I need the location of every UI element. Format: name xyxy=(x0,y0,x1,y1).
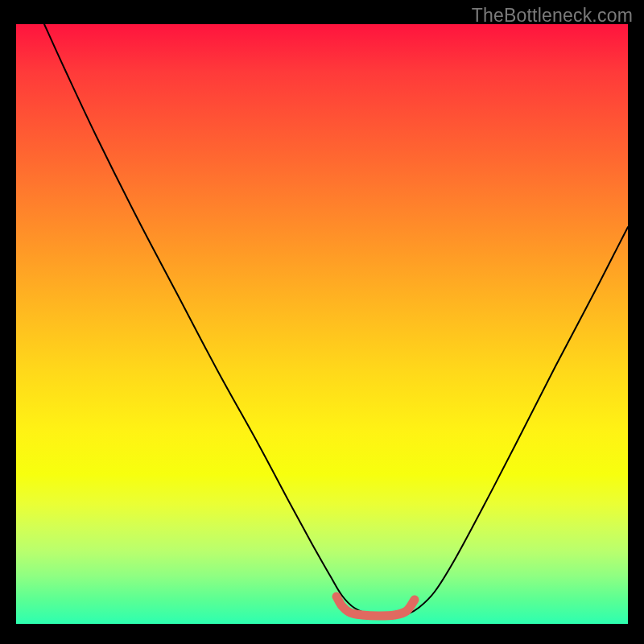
highlight-band xyxy=(336,597,415,616)
curve-svg xyxy=(16,24,628,624)
chart-stage: TheBottleneck.com xyxy=(0,0,644,644)
plot-area xyxy=(16,24,628,624)
watermark-text: TheBottleneck.com xyxy=(472,5,633,27)
bottleneck-curve xyxy=(44,24,628,616)
